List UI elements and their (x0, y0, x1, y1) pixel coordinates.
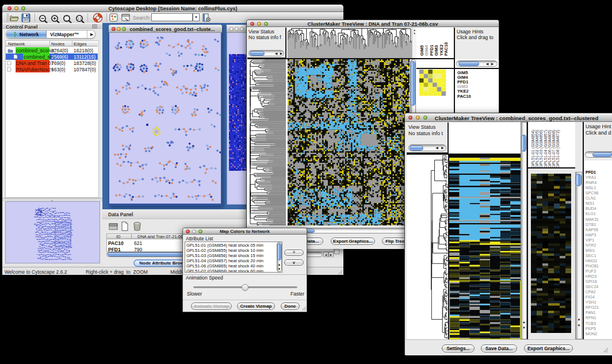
svg-text:1:1: 1:1 (78, 17, 82, 20)
